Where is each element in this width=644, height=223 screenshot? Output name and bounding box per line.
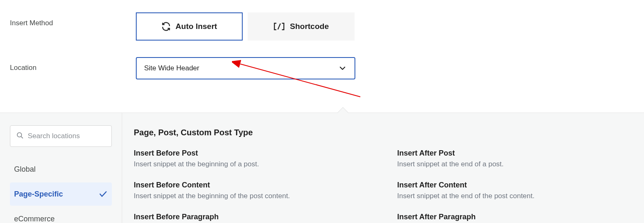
option-title: Insert Before Post	[134, 149, 397, 158]
option-title: Insert After Content	[397, 181, 632, 189]
svg-line-3	[21, 137, 23, 138]
search-locations-wrap[interactable]	[10, 125, 112, 147]
location-label: Location	[10, 57, 136, 72]
option-insert-before-post[interactable]: Insert Before Post Insert snippet at the…	[134, 149, 397, 168]
shortcode-label: Shortcode	[290, 22, 329, 31]
shortcode-button[interactable]: Shortcode	[248, 12, 355, 41]
category-global[interactable]: Global	[10, 158, 112, 181]
option-desc: Insert snippet at the beginning of the p…	[134, 192, 397, 200]
location-select[interactable]: Site Wide Header	[136, 57, 355, 79]
auto-insert-label: Auto Insert	[176, 22, 217, 31]
auto-insert-button[interactable]: Auto Insert	[136, 12, 243, 41]
check-icon	[99, 189, 108, 199]
option-title: Insert After Post	[397, 149, 632, 158]
category-label: Global	[14, 165, 36, 174]
option-desc: Insert snippet at the end of a post.	[397, 160, 632, 168]
option-insert-after-post[interactable]: Insert After Post Insert snippet at the …	[397, 149, 632, 168]
chevron-down-icon	[338, 64, 347, 73]
shortcode-icon	[273, 22, 285, 31]
option-title: Insert After Paragraph	[397, 213, 632, 221]
option-insert-after-paragraph[interactable]: Insert After Paragraph Insert snippet af…	[397, 213, 632, 223]
option-insert-after-content[interactable]: Insert After Content Insert snippet at t…	[397, 181, 632, 200]
rotate-icon	[162, 22, 171, 31]
insert-method-label: Insert Method	[10, 12, 136, 27]
category-label: Page-Specific	[14, 190, 63, 199]
option-desc: Insert snippet at the end of the post co…	[397, 192, 632, 200]
option-desc: Insert snippet at the beginning of a pos…	[134, 160, 397, 168]
search-locations-input[interactable]	[28, 132, 106, 140]
option-insert-before-content[interactable]: Insert Before Content Insert snippet at …	[134, 181, 397, 200]
category-label: eCommerce	[14, 215, 55, 223]
location-select-value: Site Wide Header	[144, 64, 199, 72]
group-heading: Page, Post, Custom Post Type	[134, 128, 632, 137]
category-page-specific[interactable]: Page-Specific	[10, 182, 112, 206]
option-title: Insert Before Content	[134, 181, 397, 189]
option-title: Insert Before Paragraph	[134, 213, 397, 221]
search-icon	[16, 132, 24, 141]
option-insert-before-paragraph[interactable]: Insert Before Paragraph Insert snippet b…	[134, 213, 397, 223]
category-ecommerce[interactable]: eCommerce	[10, 207, 112, 223]
